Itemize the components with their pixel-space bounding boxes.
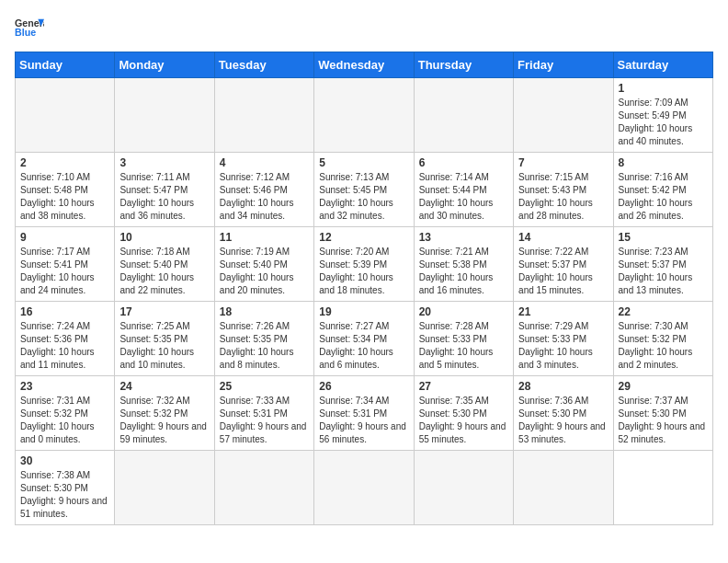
calendar-day: [514, 451, 613, 525]
day-info: Sunrise: 7:28 AM Sunset: 5:33 PM Dayligh…: [419, 320, 508, 372]
calendar-row: 9Sunrise: 7:17 AM Sunset: 5:41 PM Daylig…: [16, 227, 713, 302]
day-number: 14: [518, 231, 608, 244]
day-number: 8: [619, 156, 708, 169]
calendar-day: 16Sunrise: 7:24 AM Sunset: 5:36 PM Dayli…: [16, 302, 115, 376]
weekday-header-friday: Friday: [514, 52, 613, 78]
day-number: 23: [20, 380, 109, 393]
day-info: Sunrise: 7:17 AM Sunset: 5:41 PM Dayligh…: [20, 246, 109, 297]
weekday-header-monday: Monday: [115, 52, 214, 78]
day-number: 3: [119, 156, 209, 169]
calendar-day: 19Sunrise: 7:27 AM Sunset: 5:34 PM Dayli…: [314, 302, 414, 376]
calendar-day: 22Sunrise: 7:30 AM Sunset: 5:32 PM Dayli…: [613, 302, 712, 376]
calendar-day: 4Sunrise: 7:12 AM Sunset: 5:46 PM Daylig…: [214, 153, 313, 227]
calendar-day: 3Sunrise: 7:11 AM Sunset: 5:47 PM Daylig…: [115, 153, 214, 227]
day-info: Sunrise: 7:13 AM Sunset: 5:45 PM Dayligh…: [319, 171, 408, 223]
calendar-day: 26Sunrise: 7:34 AM Sunset: 5:31 PM Dayli…: [314, 376, 414, 451]
day-info: Sunrise: 7:34 AM Sunset: 5:31 PM Dayligh…: [319, 395, 408, 446]
calendar-table: SundayMondayTuesdayWednesdayThursdayFrid…: [15, 52, 713, 525]
calendar-day: 14Sunrise: 7:22 AM Sunset: 5:37 PM Dayli…: [514, 227, 613, 302]
day-number: 25: [220, 380, 309, 393]
calendar-day: [514, 78, 613, 153]
day-info: Sunrise: 7:10 AM Sunset: 5:48 PM Dayligh…: [20, 171, 109, 223]
calendar-day: 9Sunrise: 7:17 AM Sunset: 5:41 PM Daylig…: [16, 227, 115, 302]
day-number: 30: [20, 454, 109, 467]
day-number: 24: [119, 380, 209, 393]
day-number: 13: [419, 231, 508, 244]
calendar-row: 16Sunrise: 7:24 AM Sunset: 5:36 PM Dayli…: [16, 302, 713, 376]
calendar-day: 8Sunrise: 7:16 AM Sunset: 5:42 PM Daylig…: [613, 153, 712, 227]
day-info: Sunrise: 7:31 AM Sunset: 5:32 PM Dayligh…: [20, 395, 109, 446]
day-number: 2: [20, 156, 109, 169]
weekday-header-saturday: Saturday: [613, 52, 712, 78]
day-number: 1: [619, 82, 708, 95]
day-info: Sunrise: 7:30 AM Sunset: 5:32 PM Dayligh…: [619, 320, 708, 372]
day-number: 22: [619, 305, 708, 318]
day-info: Sunrise: 7:24 AM Sunset: 5:36 PM Dayligh…: [20, 320, 109, 372]
day-info: Sunrise: 7:22 AM Sunset: 5:37 PM Dayligh…: [518, 246, 608, 297]
calendar-row: 23Sunrise: 7:31 AM Sunset: 5:32 PM Dayli…: [16, 376, 713, 451]
day-info: Sunrise: 7:15 AM Sunset: 5:43 PM Dayligh…: [518, 171, 608, 223]
weekday-header-row: SundayMondayTuesdayWednesdayThursdayFrid…: [16, 52, 713, 78]
calendar-row: 30Sunrise: 7:38 AM Sunset: 5:30 PM Dayli…: [16, 451, 713, 525]
logo: General Blue: [15, 15, 44, 40]
calendar-day: [414, 451, 513, 525]
day-info: Sunrise: 7:36 AM Sunset: 5:30 PM Dayligh…: [518, 395, 608, 446]
day-number: 12: [319, 231, 408, 244]
day-number: 7: [518, 156, 608, 169]
day-number: 20: [419, 305, 508, 318]
calendar-day: 27Sunrise: 7:35 AM Sunset: 5:30 PM Dayli…: [414, 376, 513, 451]
calendar-day: 11Sunrise: 7:19 AM Sunset: 5:40 PM Dayli…: [214, 227, 313, 302]
day-number: 21: [518, 305, 608, 318]
day-info: Sunrise: 7:11 AM Sunset: 5:47 PM Dayligh…: [119, 171, 209, 223]
day-info: Sunrise: 7:37 AM Sunset: 5:30 PM Dayligh…: [619, 395, 708, 446]
calendar-row: 2Sunrise: 7:10 AM Sunset: 5:48 PM Daylig…: [16, 153, 713, 227]
day-number: 6: [419, 156, 508, 169]
day-info: Sunrise: 7:26 AM Sunset: 5:35 PM Dayligh…: [220, 320, 309, 372]
calendar-day: 24Sunrise: 7:32 AM Sunset: 5:32 PM Dayli…: [115, 376, 214, 451]
calendar-day: 23Sunrise: 7:31 AM Sunset: 5:32 PM Dayli…: [16, 376, 115, 451]
day-info: Sunrise: 7:12 AM Sunset: 5:46 PM Dayligh…: [220, 171, 309, 223]
day-number: 17: [119, 305, 209, 318]
calendar-day: 25Sunrise: 7:33 AM Sunset: 5:31 PM Dayli…: [214, 376, 313, 451]
day-number: 19: [319, 305, 408, 318]
day-info: Sunrise: 7:27 AM Sunset: 5:34 PM Dayligh…: [319, 320, 408, 372]
calendar-day: 20Sunrise: 7:28 AM Sunset: 5:33 PM Dayli…: [414, 302, 513, 376]
day-number: 18: [220, 305, 309, 318]
day-info: Sunrise: 7:32 AM Sunset: 5:32 PM Dayligh…: [119, 395, 209, 446]
calendar-day: 1Sunrise: 7:09 AM Sunset: 5:49 PM Daylig…: [613, 78, 712, 153]
calendar-day: [214, 78, 313, 153]
day-number: 26: [319, 380, 408, 393]
calendar-day: 30Sunrise: 7:38 AM Sunset: 5:30 PM Dayli…: [16, 451, 115, 525]
day-info: Sunrise: 7:19 AM Sunset: 5:40 PM Dayligh…: [220, 246, 309, 297]
day-info: Sunrise: 7:25 AM Sunset: 5:35 PM Dayligh…: [119, 320, 209, 372]
day-number: 28: [518, 380, 608, 393]
calendar-row: 1Sunrise: 7:09 AM Sunset: 5:49 PM Daylig…: [16, 78, 713, 153]
day-number: 27: [419, 380, 508, 393]
calendar-day: [314, 78, 414, 153]
day-number: 15: [619, 231, 708, 244]
day-info: Sunrise: 7:09 AM Sunset: 5:49 PM Dayligh…: [619, 97, 708, 148]
weekday-header-thursday: Thursday: [414, 52, 513, 78]
weekday-header-wednesday: Wednesday: [314, 52, 414, 78]
calendar-day: 28Sunrise: 7:36 AM Sunset: 5:30 PM Dayli…: [514, 376, 613, 451]
day-info: Sunrise: 7:14 AM Sunset: 5:44 PM Dayligh…: [419, 171, 508, 223]
calendar-day: [115, 451, 214, 525]
calendar-day: 29Sunrise: 7:37 AM Sunset: 5:30 PM Dayli…: [613, 376, 712, 451]
calendar-day: 18Sunrise: 7:26 AM Sunset: 5:35 PM Dayli…: [214, 302, 313, 376]
day-info: Sunrise: 7:33 AM Sunset: 5:31 PM Dayligh…: [220, 395, 309, 446]
day-info: Sunrise: 7:38 AM Sunset: 5:30 PM Dayligh…: [20, 469, 109, 521]
day-info: Sunrise: 7:29 AM Sunset: 5:33 PM Dayligh…: [518, 320, 608, 372]
calendar-day: 13Sunrise: 7:21 AM Sunset: 5:38 PM Dayli…: [414, 227, 513, 302]
calendar-day: 17Sunrise: 7:25 AM Sunset: 5:35 PM Dayli…: [115, 302, 214, 376]
day-info: Sunrise: 7:16 AM Sunset: 5:42 PM Dayligh…: [619, 171, 708, 223]
day-info: Sunrise: 7:21 AM Sunset: 5:38 PM Dayligh…: [419, 246, 508, 297]
day-number: 4: [220, 156, 309, 169]
day-number: 16: [20, 305, 109, 318]
header: General Blue: [15, 15, 713, 40]
day-number: 11: [220, 231, 309, 244]
weekday-header-tuesday: Tuesday: [214, 52, 313, 78]
weekday-header-sunday: Sunday: [16, 52, 115, 78]
calendar-day: 7Sunrise: 7:15 AM Sunset: 5:43 PM Daylig…: [514, 153, 613, 227]
day-number: 5: [319, 156, 408, 169]
calendar-day: [115, 78, 214, 153]
